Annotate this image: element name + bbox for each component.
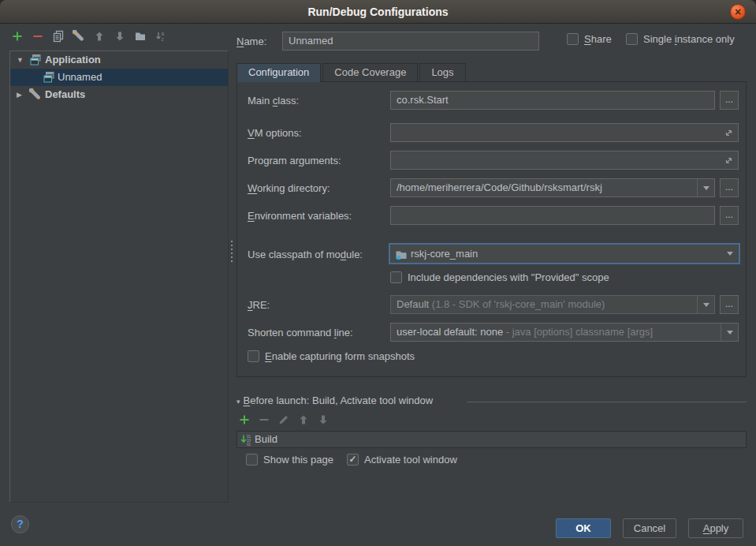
configuration-tab-panel: Main class: co.rsk.Start ... VM options:…: [236, 81, 747, 377]
tree-node-application[interactable]: ▼ Application: [10, 51, 228, 69]
sort-configurations-button[interactable]: az: [155, 30, 167, 43]
tab-code-coverage[interactable]: Code Coverage: [322, 63, 418, 81]
copy-icon: [52, 30, 65, 43]
tree-node-label: Application: [45, 51, 101, 69]
section-divider: [467, 402, 747, 402]
remove-icon: [258, 413, 270, 426]
help-icon: ?: [17, 518, 24, 530]
edit-task-button[interactable]: [277, 413, 290, 426]
tree-node-defaults[interactable]: ▶ Defaults: [10, 86, 228, 103]
configurations-tree: ▼ Application Unnamed ▶ Defaults: [9, 50, 229, 503]
splitter-grip[interactable]: [231, 241, 233, 263]
create-folder-button[interactable]: [134, 30, 147, 43]
capture-snapshots-label: Enable capturing form snapshots: [265, 350, 415, 362]
main-class-browse-button[interactable]: ...: [720, 91, 739, 110]
shorten-command-line-combobox[interactable]: user-local default: none - java [options…: [390, 323, 739, 342]
show-this-page-label: Show this page: [263, 454, 333, 466]
working-directory-browse-button[interactable]: ...: [720, 178, 739, 197]
chevron-down-icon[interactable]: ▼: [17, 51, 26, 69]
use-classpath-label: Use classpath of module:: [248, 249, 363, 260]
working-directory-label: Working directory:: [248, 182, 330, 194]
module-icon: [395, 249, 408, 261]
defaults-wrench-icon: [29, 88, 42, 101]
activate-tool-window-checkbox[interactable]: ✓ Activate tool window: [347, 454, 457, 466]
application-icon: [29, 54, 42, 66]
expand-field-icon[interactable]: [724, 128, 734, 138]
tab-configuration[interactable]: Configuration: [236, 63, 321, 82]
ok-button[interactable]: OK: [556, 518, 611, 538]
environment-variables-browse-button[interactable]: ...: [720, 206, 739, 225]
move-down-icon: [114, 30, 126, 43]
dropdown-arrow-icon[interactable]: [697, 296, 714, 313]
use-classpath-combobox[interactable]: rskj-core_main: [389, 243, 740, 264]
single-instance-checkbox[interactable]: Single instance only: [626, 33, 735, 45]
move-down-button[interactable]: [114, 30, 126, 43]
folder-icon: [134, 30, 147, 43]
tree-node-label: Unnamed: [58, 69, 102, 86]
dropdown-arrow-icon[interactable]: [697, 179, 714, 196]
chevron-right-icon[interactable]: ▶: [17, 86, 26, 103]
name-label: Name:: [236, 36, 266, 47]
settings-tabs: Configuration Code Coverage Logs: [236, 63, 467, 82]
remove-icon: [32, 30, 44, 43]
checkbox-box[interactable]: [567, 33, 579, 45]
show-this-page-checkbox[interactable]: Show this page: [246, 454, 333, 466]
before-launch-title: Before launch: Build, Activate tool wind…: [244, 395, 434, 406]
task-label: Build: [255, 433, 277, 445]
vm-options-label: VM options:: [248, 127, 302, 139]
remove-configuration-button[interactable]: [32, 30, 44, 43]
expand-field-icon[interactable]: [724, 155, 734, 166]
dropdown-arrow-icon[interactable]: [721, 245, 739, 263]
capture-snapshots-checkbox[interactable]: Enable capturing form snapshots: [248, 350, 415, 362]
cancel-button[interactable]: Cancel: [623, 518, 676, 538]
single-instance-label: Single instance only: [643, 33, 735, 45]
edit-pencil-icon: [277, 413, 290, 426]
main-class-input[interactable]: co.rsk.Start: [390, 91, 715, 110]
checkbox-box[interactable]: ✓: [347, 454, 359, 466]
sort-icon: az: [155, 30, 167, 43]
jre-label: JRE:: [248, 299, 270, 311]
remove-task-button[interactable]: [258, 413, 270, 426]
name-input[interactable]: Unnamed: [282, 32, 539, 50]
working-directory-combobox[interactable]: /home/meriherrera/Code/Github/rsksmart/r…: [390, 178, 715, 197]
svg-text:a: a: [162, 31, 165, 36]
configurations-toolbar: az: [11, 30, 167, 43]
before-launch-task-build[interactable]: 011001 Build: [236, 431, 747, 448]
run-debug-configurations-dialog: Run/Debug Configurations × az ▼ Applicat…: [0, 0, 756, 546]
add-icon: [11, 30, 24, 43]
tab-logs[interactable]: Logs: [419, 63, 465, 81]
checkbox-box[interactable]: [246, 454, 258, 466]
checkbox-box[interactable]: [626, 33, 638, 45]
copy-configuration-button[interactable]: [52, 30, 65, 43]
dropdown-arrow-icon[interactable]: [721, 323, 738, 341]
add-task-button[interactable]: [238, 413, 251, 426]
move-down-icon: [317, 413, 330, 426]
environment-variables-label: Environment variables:: [248, 210, 352, 222]
add-configuration-button[interactable]: [11, 30, 24, 43]
svg-text:01: 01: [247, 443, 251, 447]
before-launch-header[interactable]: ▾Before launch: Build, Activate tool win…: [236, 395, 433, 406]
before-launch-toolbar: [238, 413, 330, 426]
move-task-down-button[interactable]: [317, 413, 330, 426]
jre-browse-button[interactable]: ...: [720, 295, 739, 314]
tree-node-unnamed[interactable]: Unnamed: [10, 69, 228, 86]
checkbox-box[interactable]: [390, 271, 402, 283]
edit-defaults-button[interactable]: [73, 30, 85, 43]
edit-defaults-icon: [73, 30, 85, 43]
move-task-up-button[interactable]: [297, 413, 310, 426]
environment-variables-input[interactable]: [390, 206, 715, 225]
activate-tool-window-label: Activate tool window: [364, 454, 457, 466]
vm-options-input[interactable]: [390, 123, 739, 142]
apply-button[interactable]: Apply: [688, 518, 743, 538]
include-provided-checkbox[interactable]: Include dependencies with "Provided" sco…: [390, 271, 609, 283]
share-checkbox[interactable]: Share: [567, 33, 612, 45]
program-arguments-input[interactable]: [390, 151, 739, 170]
help-button[interactable]: ?: [11, 515, 29, 533]
close-button[interactable]: ×: [730, 4, 746, 20]
jre-combobox[interactable]: Default (1.8 - SDK of 'rskj-core_main' m…: [390, 295, 715, 314]
collapse-triangle-icon[interactable]: ▾: [236, 398, 240, 406]
move-up-button[interactable]: [93, 30, 106, 43]
checkbox-box[interactable]: [248, 350, 259, 362]
title-bar[interactable]: Run/Debug Configurations ×: [0, 0, 756, 24]
close-icon: ×: [735, 6, 741, 18]
